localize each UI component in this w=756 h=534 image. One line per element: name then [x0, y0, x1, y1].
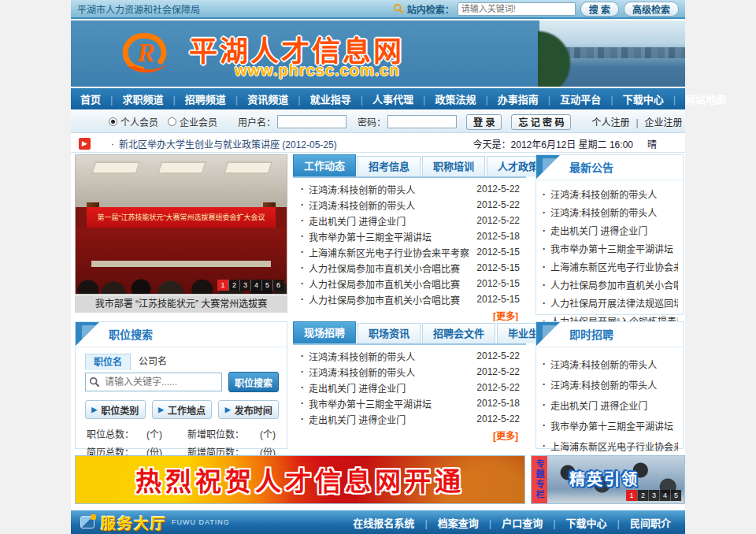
tab-position-name[interactable]: 职位名: [85, 354, 131, 370]
instant-item[interactable]: 汪鸿涛:科技创新的带头人: [543, 354, 678, 374]
nav-link[interactable]: 下载中心: [601, 91, 663, 106]
news-item-title[interactable]: 走出机关门 进得企业门: [309, 214, 471, 228]
nav-link[interactable]: 网站地图: [664, 91, 726, 106]
instant-item[interactable]: 上海浦东新区光电子行业协会来平考: [543, 436, 678, 456]
personal-member-radio[interactable]: [109, 117, 117, 126]
special-page-button[interactable]: 3: [648, 490, 659, 501]
news-item-title[interactable]: 人力社保局参加市直机关小合唱比赛: [309, 277, 471, 291]
recruit-item-title[interactable]: 汪鸿涛:科技创新的带头人: [309, 365, 471, 379]
notice-item-title[interactable]: 汪鸿涛:科技创新的带头人: [550, 187, 657, 201]
special-page-button[interactable]: 5: [670, 490, 681, 501]
recruit-item[interactable]: 走出机关门 进得企业门 2012-5-22: [301, 411, 520, 427]
forgot-password-button[interactable]: 忘 记 密 码: [511, 114, 571, 130]
nav-link[interactable]: 首页: [80, 91, 101, 106]
nav-link[interactable]: 就业指导: [288, 91, 350, 106]
photo-page-button[interactable]: 2: [228, 280, 239, 291]
news-tab[interactable]: 招考信息: [358, 156, 421, 176]
special-column-banner[interactable]: 专题专栏 精英引领 12345: [531, 455, 685, 504]
photo-page-button[interactable]: 6: [272, 280, 284, 291]
news-item[interactable]: 人力社保局参加市直机关小合唱比赛 2012-5-15: [301, 260, 520, 276]
notice-item-title[interactable]: 汪鸿涛:科技创新的带头人: [550, 206, 657, 219]
recruit-tab[interactable]: 招聘会文件: [422, 323, 495, 343]
news-tab[interactable]: 职称培训: [422, 156, 485, 176]
company-member-radio[interactable]: [168, 117, 176, 126]
special-page-button[interactable]: 4: [659, 490, 670, 501]
personal-register-link[interactable]: 个人注册: [591, 117, 629, 128]
job-search-button[interactable]: 职位搜索: [228, 372, 279, 392]
instant-item[interactable]: 我市举办第十三期金平湖讲坛: [543, 415, 678, 436]
filter-button[interactable]: ▶职位类别: [85, 400, 146, 419]
recruit-item[interactable]: 汪鸿涛:科技创新的带头人 2012-5-22: [301, 348, 520, 364]
service-link[interactable]: 下载中心: [543, 515, 606, 530]
special-page-button[interactable]: 2: [637, 490, 648, 501]
instant-item-title[interactable]: 我市举办第十三期金平湖讲坛: [550, 419, 673, 432]
notice-item-title[interactable]: 上海浦东新区光电子行业协会来平考: [550, 260, 678, 273]
notice-item-title[interactable]: 人力社保局参加市直机关小合唱比赛: [550, 278, 678, 291]
news-item-title[interactable]: 汪鸿涛:科技创新的带头人: [309, 183, 471, 196]
nav-link[interactable]: 政策法规: [413, 91, 476, 106]
ticker-headline[interactable]: 新北区举办大学生创业与就业政策讲座 (2012-05-25): [119, 137, 337, 150]
advanced-search-button[interactable]: 高级检索: [624, 2, 679, 17]
notice-item[interactable]: 走出机关门 进得企业门: [543, 221, 678, 239]
nav-link[interactable]: 互动平台: [539, 91, 601, 106]
special-page-button[interactable]: 1: [626, 490, 637, 501]
notice-item-title[interactable]: 人力社保局开展法律法规巡回培训: [550, 296, 678, 310]
notice-item[interactable]: 汪鸿涛:科技创新的带头人: [543, 203, 678, 221]
password-field[interactable]: [387, 115, 457, 128]
tab-company-name[interactable]: 公司名: [131, 354, 175, 370]
service-link[interactable]: 民间职介: [607, 515, 671, 530]
news-item[interactable]: 汪鸿涛:科技创新的带头人 2012-5-22: [301, 197, 520, 213]
notice-item[interactable]: 人力社保局开展法律法规巡回培训: [543, 294, 678, 312]
notice-item[interactable]: 我市举办第十三期金平湖讲坛: [543, 239, 678, 258]
instant-item-title[interactable]: 汪鸿涛:科技创新的带头人: [550, 358, 657, 371]
filter-button[interactable]: ▶发布时间: [218, 400, 279, 419]
news-item-title[interactable]: 上海浦东新区光电子行业协会来平考察: [309, 246, 471, 259]
instant-item-title[interactable]: 上海浦东新区光电子行业协会来平考: [550, 439, 678, 453]
recruit-tab[interactable]: 现场招聘: [293, 321, 356, 343]
instant-item[interactable]: 走出机关门 进得企业门: [543, 395, 678, 415]
nav-link[interactable]: 招聘频道: [163, 91, 225, 106]
site-search-button[interactable]: 搜 索: [580, 2, 619, 17]
recruit-tab[interactable]: 职场资讯: [358, 323, 421, 343]
recruit-item[interactable]: 走出机关门 进得企业门 2012-5-22: [301, 380, 520, 395]
username-field[interactable]: [277, 115, 346, 128]
recruit-more-link[interactable]: [更多]: [493, 431, 518, 442]
instant-item-title[interactable]: 汪鸿涛:科技创新的带头人: [550, 378, 657, 391]
news-tab[interactable]: 工作动态: [293, 154, 356, 176]
news-item[interactable]: 我市举办第十三期金平湖讲坛 2012-5-18: [301, 228, 520, 244]
news-item-title[interactable]: 汪鸿涛:科技创新的带头人: [309, 198, 471, 212]
recruit-item-title[interactable]: 走出机关门 进得企业门: [309, 381, 471, 395]
notice-item-title[interactable]: 我市举办第十三期金平湖讲坛: [550, 242, 673, 255]
news-item[interactable]: 走出机关门 进得企业门 2012-5-22: [301, 213, 520, 228]
news-item[interactable]: 人力社保局参加市直机关小合唱比赛 2012-5-15: [301, 276, 520, 291]
photo-page-button[interactable]: 1: [217, 280, 228, 291]
company-register-link[interactable]: 企业注册: [629, 117, 682, 128]
keyword-input[interactable]: [85, 373, 222, 391]
news-item-title[interactable]: 我市举办第十三期金平湖讲坛: [309, 230, 471, 243]
nav-link[interactable]: 人事代理: [351, 91, 413, 106]
recruit-item[interactable]: 我市举办第十三期金平湖讲坛 2012-5-18: [301, 395, 520, 411]
site-search-input[interactable]: [458, 2, 576, 16]
news-item[interactable]: 上海浦东新区光电子行业协会来平考察 2012-5-15: [301, 244, 520, 260]
recruit-item-title[interactable]: 走出机关门 进得企业门: [309, 413, 471, 426]
notice-item[interactable]: 上海浦东新区光电子行业协会来平考: [543, 258, 678, 276]
filter-button[interactable]: ▶工作地点: [152, 400, 213, 419]
photo-caption[interactable]: 我市部署 “江苏技能状元” 大赛常州选拔赛: [75, 295, 287, 313]
photo-page-button[interactable]: 4: [250, 280, 261, 291]
service-link[interactable]: 在线报名系统: [353, 515, 414, 530]
recruit-item[interactable]: 汪鸿涛:科技创新的带头人 2012-5-22: [301, 364, 520, 380]
service-link[interactable]: 档案查询: [414, 515, 478, 530]
nav-link[interactable]: 资讯频道: [226, 91, 288, 106]
news-item-title[interactable]: 人力社保局参加市直机关小合唱比赛: [309, 293, 471, 306]
personal-member-label[interactable]: 个人会员: [120, 115, 158, 128]
work-news-more-link[interactable]: [更多]: [493, 311, 518, 322]
instant-item[interactable]: 汪鸿涛:科技创新的带头人: [543, 374, 678, 395]
instant-item-title[interactable]: 走出机关门 进得企业门: [550, 399, 647, 412]
celebration-banner[interactable]: 热烈祝贺人才信息网开通: [75, 455, 525, 504]
news-item-title[interactable]: 人力社保局参加市直机关小合唱比赛: [309, 261, 471, 275]
photo-page-button[interactable]: 3: [239, 280, 250, 291]
notice-item[interactable]: 人力社保局参加市直机关小合唱比赛: [543, 276, 678, 294]
service-link[interactable]: 户口查询: [479, 515, 543, 530]
news-item[interactable]: 人力社保局参加市直机关小合唱比赛 2012-5-15: [301, 291, 520, 307]
news-item[interactable]: 汪鸿涛:科技创新的带头人 2012-5-22: [301, 181, 520, 197]
